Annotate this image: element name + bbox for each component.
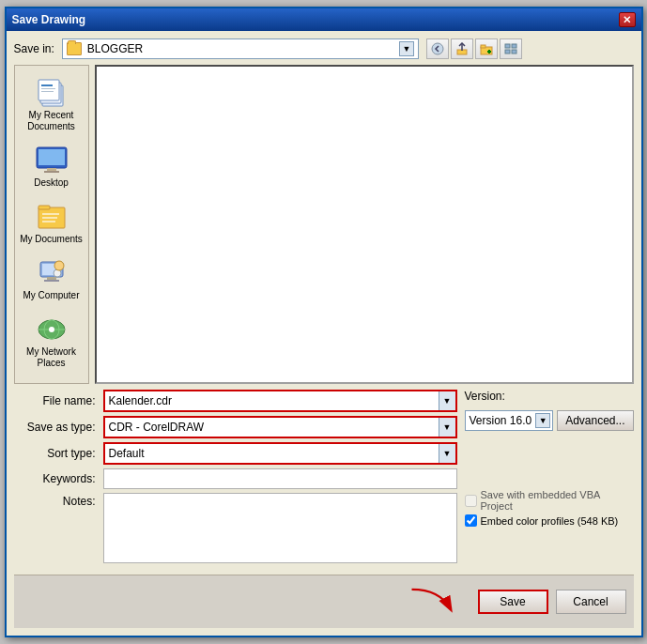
version-dropdown-arrow[interactable]: ▼ bbox=[535, 413, 550, 428]
checkboxes-area: Save with embedded VBA Project Embed col… bbox=[465, 489, 634, 529]
version-row: Version 16.0 ▼ Advanced... bbox=[465, 410, 634, 431]
embed-checkbox-row: Embed color profiles (548 KB) bbox=[465, 514, 634, 527]
back-button[interactable] bbox=[426, 38, 449, 59]
up-icon bbox=[455, 42, 469, 55]
svg-rect-23 bbox=[42, 217, 57, 219]
notes-row: Notes: bbox=[14, 493, 457, 563]
sidebar-item-my-documents[interactable]: My Documents bbox=[17, 195, 86, 250]
close-button[interactable]: ✕ bbox=[619, 12, 636, 27]
vba-checkbox-row: Save with embedded VBA Project bbox=[465, 489, 634, 512]
file-browser[interactable] bbox=[95, 65, 634, 384]
sidebar-item-desktop[interactable]: Desktop bbox=[17, 139, 86, 193]
keywords-row: Keywords: bbox=[14, 468, 457, 489]
sidebar-item-network-places[interactable]: My Network Places bbox=[17, 308, 86, 374]
embed-label: Embed color profiles (548 KB) bbox=[481, 515, 619, 527]
save-as-type-input[interactable] bbox=[105, 418, 439, 437]
notes-textarea[interactable] bbox=[104, 494, 456, 560]
version-value: Version 16.0 bbox=[468, 414, 536, 427]
version-label: Version: bbox=[465, 390, 634, 403]
sort-type-label: Sort type: bbox=[14, 447, 103, 460]
new-folder-button[interactable] bbox=[475, 38, 498, 59]
save-as-type-dropdown-btn[interactable]: ▼ bbox=[439, 418, 455, 437]
svg-point-30 bbox=[54, 261, 64, 270]
dialog-body: Save in: BLOGGER ▼ bbox=[7, 31, 641, 636]
cancel-button[interactable]: Cancel bbox=[556, 590, 626, 614]
save-drawing-dialog: Save Drawing ✕ Save in: BLOGGER ▼ bbox=[5, 7, 643, 637]
my-documents-icon bbox=[35, 200, 69, 234]
arrow-container bbox=[22, 581, 470, 622]
svg-rect-14 bbox=[41, 88, 55, 89]
svg-rect-3 bbox=[481, 45, 485, 48]
view-button[interactable] bbox=[500, 38, 522, 59]
embed-checkbox[interactable] bbox=[465, 514, 477, 527]
svg-rect-13 bbox=[41, 84, 53, 86]
save-in-value: BLOGGER bbox=[87, 42, 397, 55]
toolbar: Save in: BLOGGER ▼ bbox=[14, 38, 634, 59]
sidebar-item-recent-documents[interactable]: My Recent Documents bbox=[17, 71, 86, 137]
save-in-dropdown[interactable]: BLOGGER ▼ bbox=[62, 38, 419, 59]
keywords-label: Keywords: bbox=[14, 472, 103, 485]
svg-rect-24 bbox=[42, 221, 55, 222]
save-in-label: Save in: bbox=[14, 42, 54, 55]
sort-type-dropdown-btn[interactable]: ▼ bbox=[439, 444, 455, 463]
save-button[interactable]: Save bbox=[478, 590, 548, 614]
svg-rect-9 bbox=[512, 50, 516, 54]
folder-icon bbox=[67, 42, 82, 55]
keywords-input-wrapper bbox=[103, 468, 457, 489]
up-button[interactable] bbox=[451, 38, 473, 59]
version-dropdown[interactable]: Version 16.0 ▼ bbox=[465, 410, 554, 431]
svg-rect-6 bbox=[505, 44, 510, 48]
sidebar-label-recent: My Recent Documents bbox=[20, 110, 84, 132]
dialog-title: Save Drawing bbox=[12, 13, 86, 26]
save-as-type-label: Save as type: bbox=[14, 421, 103, 434]
form-left: File name: ▼ Save as type: ▼ Sor bbox=[14, 390, 457, 567]
svg-rect-7 bbox=[512, 44, 516, 48]
form-right: Version: Version 16.0 ▼ Advanced... Save… bbox=[465, 390, 634, 567]
recent-docs-icon bbox=[35, 76, 69, 110]
svg-rect-17 bbox=[39, 149, 65, 165]
view-icon bbox=[504, 42, 517, 55]
sidebar-label-my-documents: My Documents bbox=[20, 234, 83, 245]
save-in-dropdown-arrow[interactable]: ▼ bbox=[399, 41, 414, 56]
file-name-input[interactable] bbox=[105, 391, 439, 410]
main-area: My Recent Documents Desktop bbox=[14, 65, 634, 384]
sidebar-label-my-computer: My Computer bbox=[23, 290, 79, 301]
toolbar-buttons bbox=[426, 38, 522, 59]
desktop-icon bbox=[35, 144, 69, 177]
sidebar: My Recent Documents Desktop bbox=[14, 65, 89, 384]
sidebar-item-my-computer[interactable]: My Computer bbox=[17, 252, 86, 306]
svg-rect-15 bbox=[41, 91, 54, 92]
save-as-type-row: Save as type: ▼ bbox=[14, 416, 457, 438]
notes-textarea-wrapper bbox=[103, 493, 457, 563]
sort-type-input-wrapper: ▼ bbox=[103, 442, 457, 465]
new-folder-icon bbox=[480, 42, 493, 55]
svg-rect-12 bbox=[39, 80, 59, 100]
save-as-type-input-wrapper: ▼ bbox=[103, 416, 457, 438]
file-name-input-wrapper: ▼ bbox=[103, 390, 457, 412]
notes-label: Notes: bbox=[14, 493, 103, 508]
vba-label: Save with embedded VBA Project bbox=[481, 489, 634, 512]
bottom-buttons-area: Save Cancel bbox=[14, 575, 634, 628]
keywords-input[interactable] bbox=[104, 469, 456, 488]
svg-point-0 bbox=[432, 43, 443, 54]
file-name-label: File name: bbox=[14, 394, 103, 407]
svg-rect-28 bbox=[44, 280, 59, 282]
title-bar: Save Drawing ✕ bbox=[7, 8, 641, 31]
sort-type-input[interactable] bbox=[105, 444, 439, 463]
svg-rect-19 bbox=[44, 171, 59, 173]
svg-rect-8 bbox=[505, 50, 510, 54]
sidebar-label-desktop: Desktop bbox=[34, 177, 69, 189]
svg-point-34 bbox=[49, 327, 54, 332]
vba-checkbox[interactable] bbox=[465, 495, 477, 507]
sort-type-row: Sort type: ▼ bbox=[14, 442, 457, 465]
file-name-row: File name: ▼ bbox=[14, 390, 457, 412]
svg-rect-22 bbox=[42, 213, 59, 215]
arrow-graphic bbox=[405, 581, 461, 619]
form-area: File name: ▼ Save as type: ▼ Sor bbox=[14, 390, 634, 567]
back-icon bbox=[431, 42, 444, 55]
svg-rect-21 bbox=[39, 206, 50, 209]
my-computer-icon bbox=[35, 256, 69, 290]
sidebar-label-network-places: My Network Places bbox=[20, 346, 84, 369]
advanced-button[interactable]: Advanced... bbox=[557, 410, 633, 431]
file-name-dropdown-btn[interactable]: ▼ bbox=[439, 391, 455, 410]
